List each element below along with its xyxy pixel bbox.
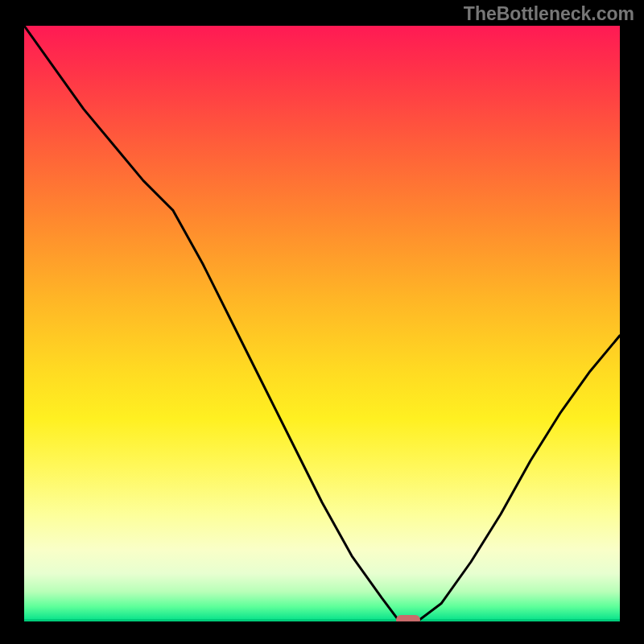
bottleneck-curve xyxy=(24,26,620,621)
optimal-marker xyxy=(396,615,420,621)
plot-area xyxy=(24,26,620,621)
chart-frame: TheBottleneck.com xyxy=(0,0,644,644)
watermark-text: TheBottleneck.com xyxy=(464,3,634,25)
